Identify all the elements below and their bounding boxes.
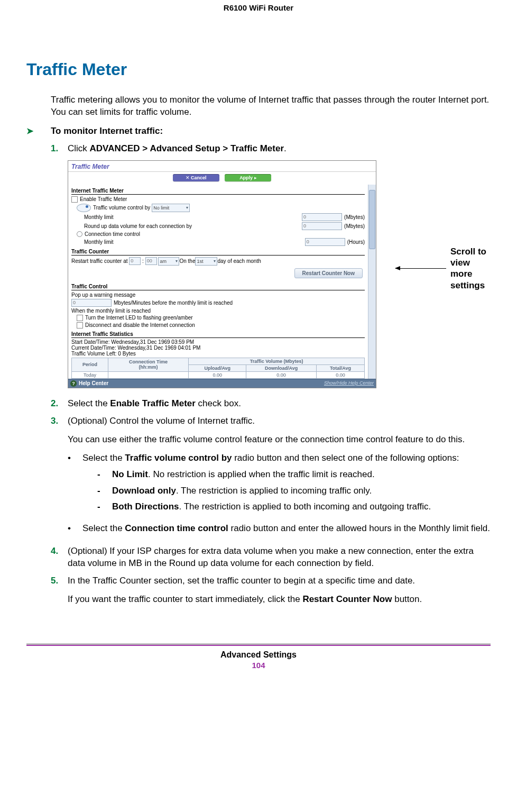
led-label: Turn the Internet LED to flashing green/… <box>85 315 193 321</box>
bullet-volume-control: Select the Traffic volume control by rad… <box>82 452 491 518</box>
step-4-text: (Optional) If your ISP charges for extra… <box>68 545 491 570</box>
step-1-text: Click ADVANCED > Advanced Setup > Traffi… <box>68 143 491 155</box>
step-number: 4. <box>51 545 68 570</box>
option-download-only: Download only. The restriction is applie… <box>112 485 372 497</box>
mbytes-unit: (Mbytes) <box>344 223 365 229</box>
option-both-directions: Both Directions. The restriction is appl… <box>112 501 431 513</box>
ampm-select[interactable]: am <box>158 257 179 266</box>
doc-header: R6100 WiFi Router <box>26 0 491 12</box>
day-select[interactable]: 1st <box>195 257 217 266</box>
procedure-label: To monitor Internet traffic: <box>51 126 163 136</box>
on-the-label: On the <box>179 258 195 264</box>
restart-counter-button[interactable]: Restart Counter Now <box>294 268 363 278</box>
hours-unit: (Hours) <box>347 239 365 245</box>
th-traffic-volume: Traffic Volume (Mbytes) <box>189 358 365 364</box>
when-limit-label: When the monthly limit is reached <box>71 308 151 314</box>
volume-control-label: Traffic volume control by <box>93 205 150 211</box>
step-5-text: In the Traffic Counter section, set the … <box>68 575 491 587</box>
dash-icon: - <box>97 469 112 481</box>
monthly-limit-hours-label: Monthly limit <box>71 239 221 245</box>
before-label: Mbytes/Minutes before the monthly limit … <box>114 300 233 306</box>
footer-accent <box>26 645 491 646</box>
monthly-limit-hours-input[interactable]: 0 <box>305 238 345 246</box>
step-2-text: Select the Enable Traffic Meter check bo… <box>68 398 491 410</box>
volume-left: Traffic Volume Left: 0 Bytes <box>71 351 365 357</box>
th-period: Period <box>72 358 108 371</box>
roundup-label: Round up data volume for each connection… <box>71 223 221 229</box>
callout-text: Scroll to viewmore settings <box>450 246 497 291</box>
footer-section-label: Advanced Settings <box>26 650 491 660</box>
step-number: 2. <box>51 398 68 410</box>
section-heading: Traffic Meter <box>26 60 491 79</box>
help-icon: ? <box>70 380 77 387</box>
show-hide-help-link[interactable]: Show/Hide Help Center <box>324 380 374 387</box>
disconnect-checkbox[interactable] <box>77 322 83 329</box>
day-rest-label: day of each month <box>217 258 261 264</box>
footer-divider <box>26 644 491 644</box>
footer-page-number: 104 <box>26 661 491 670</box>
scrollbar-thumb[interactable] <box>369 190 375 249</box>
option-no-limit: No Limit. No restriction is applied when… <box>112 469 375 481</box>
step-number: 5. <box>51 575 68 612</box>
th-upload: Upload/Avg <box>189 364 246 371</box>
connection-time-label: Connection time control <box>85 231 140 237</box>
bullet-icon: • <box>68 523 82 535</box>
roundup-input[interactable]: 0 <box>302 222 342 230</box>
step-5-paragraph: If you want the traffic counter to start… <box>68 594 491 606</box>
led-checkbox[interactable] <box>77 315 83 321</box>
disconnect-label: Disconnect and disable the Internet conn… <box>85 322 195 328</box>
step-3-paragraph: You can use either the traffic volume co… <box>68 434 491 446</box>
step-number: 1. <box>51 143 68 155</box>
help-center-label: ?Help Center <box>70 380 108 387</box>
intro-paragraph: Traffic metering allows you to monitor t… <box>51 94 491 118</box>
bullet-connection-time: Select the Connection time control radio… <box>82 523 491 535</box>
section-traffic-stats: Internet Traffic Statistics <box>71 331 365 338</box>
section-internet-traffic-meter: Internet Traffic Meter <box>71 188 365 195</box>
section-traffic-control: Traffic Control <box>71 284 365 290</box>
restart-min-input[interactable]: 00 <box>145 257 157 265</box>
restart-at-label: Restart traffic counter at <box>71 258 128 264</box>
callout-arrow-icon <box>395 268 446 269</box>
stats-table: Period Connection Time (hh:mm) Traffic V… <box>71 358 365 379</box>
bullet-icon: • <box>68 452 82 518</box>
cancel-button[interactable]: Cancel <box>173 174 219 181</box>
section-traffic-counter: Traffic Counter <box>71 249 365 256</box>
scrollbar[interactable] <box>368 185 376 379</box>
popup-label: Pop up a warning message <box>71 292 135 298</box>
enable-traffic-checkbox[interactable] <box>71 196 78 203</box>
connection-time-radio[interactable] <box>77 231 82 237</box>
th-download: Download/Avg <box>246 364 316 371</box>
start-datetime: Start Date/Time: Wednesday,31 Dec 1969 0… <box>71 339 365 345</box>
screenshot-panel: Traffic Meter Cancel Apply Internet Traf… <box>68 160 376 388</box>
monthly-limit-label: Monthly limit <box>71 214 221 220</box>
table-row: Today 0.000.000.00 <box>72 371 365 378</box>
restart-hour-input[interactable]: 0 <box>129 257 141 265</box>
th-total: Total/Avg <box>316 364 364 371</box>
apply-button[interactable]: Apply <box>225 174 271 181</box>
dash-icon: - <box>97 501 112 513</box>
volume-control-select[interactable]: No limit <box>152 204 190 212</box>
monthly-limit-input[interactable]: 0 <box>302 213 342 221</box>
step-3-text: (Optional) Control the volume of Interne… <box>68 415 491 427</box>
step-number: 3. <box>51 415 68 541</box>
screenshot-title: Traffic Meter <box>68 161 376 172</box>
volume-control-radio[interactable] <box>77 204 91 212</box>
dash-icon: - <box>97 485 112 497</box>
th-conn-time: Connection Time (hh:mm) <box>108 358 188 371</box>
enable-traffic-label: Enable Traffic Meter <box>80 196 127 202</box>
current-datetime: Current Date/Time: Wednesday,31 Dec 1969… <box>71 345 365 351</box>
warning-threshold-input[interactable]: 0 <box>71 299 112 307</box>
procedure-arrow-icon: ➤ <box>26 126 51 136</box>
mbytes-unit: (Mbytes) <box>344 214 365 220</box>
